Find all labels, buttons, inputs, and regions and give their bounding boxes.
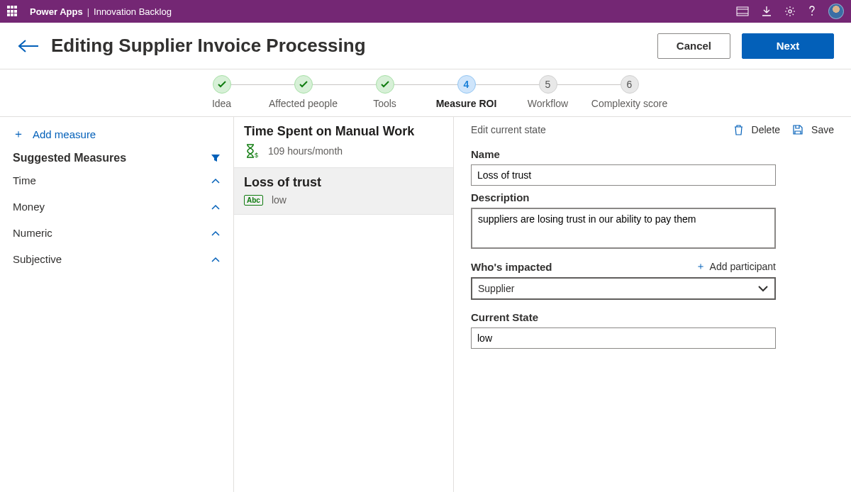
step-label: Idea [181,98,262,109]
page-title: Editing Supplier Invoice Processing [51,35,366,57]
impacted-label: Who's impacted [471,261,552,273]
step-number: 5 [539,75,557,94]
category-time[interactable]: Time [13,167,221,194]
category-label: Money [13,201,45,213]
measure-title: Loss of trust [244,175,443,190]
edit-panel: Edit current state Delete Save Name Desc… [454,117,851,492]
step-label: Complexity score [589,98,670,109]
measure-title: Time Spent on Manual Work [244,124,443,139]
step-label: Measure ROI [425,98,507,109]
page-header: Editing Supplier Invoice Processing Canc… [0,23,851,69]
category-label: Time [13,174,36,186]
description-label: Description [471,191,834,203]
measures-sidebar: ＋ Add measure Suggested Measures Time Mo… [0,117,234,492]
app-name: Innovation Backlog [94,6,172,17]
delete-button[interactable]: Delete [734,124,780,135]
step-measure-roi[interactable]: 4 Measure ROI [425,75,507,109]
step-number: 6 [621,75,639,94]
chevron-up-icon [211,256,221,263]
trash-icon [734,125,747,135]
save-button[interactable]: Save [793,124,834,135]
category-subjective[interactable]: Subjective [13,246,221,272]
cancel-button-label: Cancel [677,40,711,52]
category-money[interactable]: Money [13,194,221,220]
measure-value: low [272,194,287,206]
step-label: Workflow [507,98,589,109]
svg-point-4 [811,14,813,16]
step-label: Tools [344,98,425,109]
measure-card-trust[interactable]: Loss of trust Abc low [234,167,453,215]
add-participant-button[interactable]: ＋ Add participant [696,260,776,273]
content-body: ＋ Add measure Suggested Measures Time Mo… [0,117,851,492]
user-avatar[interactable] [828,4,844,19]
app-launcher-icon[interactable] [7,6,18,17]
suggested-heading-text: Suggested Measures [13,152,126,164]
description-input[interactable] [471,208,776,249]
name-label: Name [471,148,834,160]
current-state-input[interactable] [471,327,776,349]
chevron-up-icon [211,203,221,211]
add-measure-label: Add measure [33,128,96,140]
check-icon [380,79,390,89]
step-number: 4 [457,75,476,94]
svg-point-3 [789,10,791,13]
add-participant-label: Add participant [710,261,776,272]
hourglass-money-icon: $ [244,143,260,159]
impacted-value: Supplier [478,283,514,294]
impacted-select[interactable]: Supplier [471,277,776,300]
check-icon [217,79,227,89]
chevron-up-icon [211,230,221,237]
measure-card-time[interactable]: Time Spent on Manual Work $ 109 hours/mo… [234,117,453,167]
brand-name: Power Apps [30,6,83,17]
chevron-down-icon [757,284,769,293]
download-icon[interactable] [762,6,772,17]
chevron-up-icon [211,177,221,184]
back-arrow-icon[interactable] [17,39,38,53]
step-workflow[interactable]: 5 Workflow [507,75,589,109]
category-numeric[interactable]: Numeric [13,220,221,246]
measure-value: 109 hours/month [268,145,343,157]
svg-rect-0 [737,7,748,16]
category-label: Subjective [13,253,62,265]
name-input[interactable] [471,164,776,186]
step-complexity-score[interactable]: 6 Complexity score [589,75,670,109]
topbar-separator: | [87,6,89,17]
current-state-label: Current State [471,311,834,323]
step-label: Affected people [262,98,344,109]
edit-panel-title: Edit current state [471,124,546,135]
plus-icon: ＋ [696,260,706,273]
delete-label: Delete [752,124,780,135]
fit-icon[interactable] [736,6,749,16]
check-icon [299,79,308,89]
text-badge-icon: Abc [244,195,263,206]
wizard-stepper: Idea Affected people Tools 4 Measure ROI… [0,69,851,117]
global-topbar: Power Apps | Innovation Backlog [0,0,851,23]
filter-icon[interactable] [211,153,221,163]
plus-icon: ＋ [13,127,24,142]
svg-text:$: $ [255,152,258,159]
step-idea[interactable]: Idea [181,75,262,109]
category-label: Numeric [13,227,52,239]
save-label: Save [811,124,834,135]
measures-list: Time Spent on Manual Work $ 109 hours/mo… [234,117,454,492]
gear-icon[interactable] [784,6,796,17]
step-affected-people[interactable]: Affected people [262,75,344,109]
suggested-measures-heading: Suggested Measures [13,149,221,167]
step-tools[interactable]: Tools [344,75,425,109]
next-button-label: Next [777,40,800,52]
save-icon [793,125,807,135]
next-button[interactable]: Next [742,33,834,59]
help-icon[interactable] [808,6,816,17]
cancel-button[interactable]: Cancel [657,33,730,59]
add-measure-button[interactable]: ＋ Add measure [13,124,221,149]
